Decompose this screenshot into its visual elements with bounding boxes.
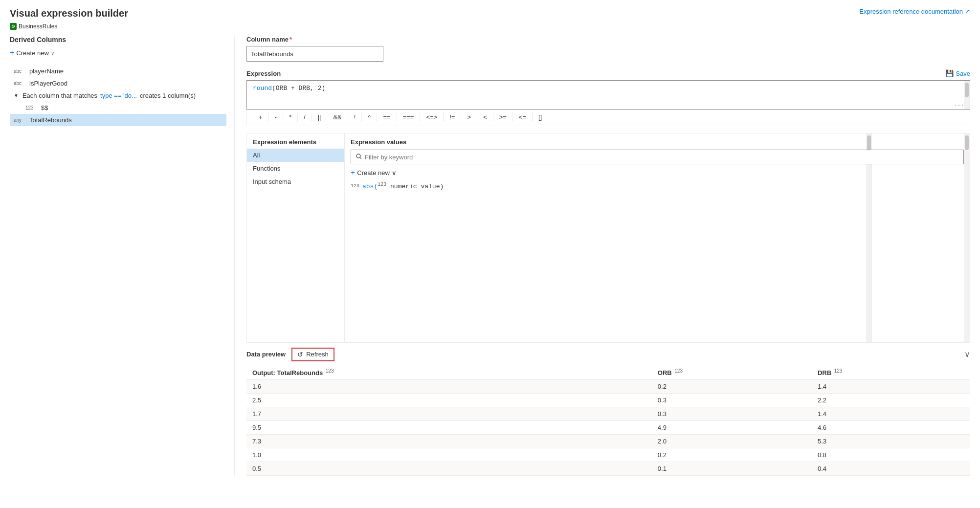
plus-icon: +	[10, 48, 14, 57]
chevron-down-icon: ∨	[392, 169, 397, 177]
op-not[interactable]: !	[348, 112, 362, 122]
col-output: Output: TotalRebounds 123	[246, 365, 652, 380]
cell-output: 1.0	[246, 448, 652, 462]
type-badge-123: 123	[351, 183, 359, 189]
op-and[interactable]: &&	[327, 112, 348, 122]
column-name-label: Column name *	[246, 36, 970, 43]
list-item[interactable]: 123 $$	[10, 102, 226, 114]
reference-link-text: Expression reference documentation	[859, 8, 963, 15]
op-greater[interactable]: >	[461, 112, 477, 122]
cell-orb: 0.3	[652, 394, 812, 407]
pattern-link[interactable]: type == 'do...	[100, 92, 137, 99]
column-name-input[interactable]	[246, 46, 383, 62]
col-orb: ORB 123	[652, 365, 812, 380]
list-item[interactable]: abc isPlayerGood	[10, 77, 226, 89]
col-drb: DRB 123	[812, 365, 970, 380]
op-pipe[interactable]: ||	[312, 112, 328, 122]
cell-orb: 0.2	[652, 448, 812, 462]
cell-orb: 4.9	[652, 421, 812, 435]
op-greater-equal[interactable]: >=	[493, 112, 513, 122]
cell-output: 2.5	[246, 394, 652, 407]
create-new-expression-button[interactable]: + Create new ∨	[351, 168, 964, 177]
item-name: playerName	[29, 67, 64, 75]
op-bracket[interactable]: []	[533, 112, 548, 122]
chevron-down-icon: ▼	[14, 93, 19, 98]
expression-elements-title: Expression elements	[247, 133, 344, 149]
cell-drb: 5.3	[812, 435, 970, 448]
op-less[interactable]: <	[477, 112, 493, 122]
cell-drb: 1.4	[812, 407, 970, 421]
refresh-icon: ↺	[297, 351, 303, 358]
cell-output: 9.5	[246, 421, 652, 435]
derived-columns-title: Derived Columns	[10, 36, 226, 44]
expression-reference-link[interactable]: Expression reference documentation ↗	[859, 8, 970, 15]
expr-elem-functions[interactable]: Functions	[247, 162, 344, 175]
op-plus[interactable]: +	[253, 112, 269, 122]
preview-table: Output: TotalRebounds 123 ORB 123 DRB 12…	[246, 365, 970, 476]
expression-label: Expression	[246, 70, 281, 77]
data-preview-title: Data preview	[246, 351, 286, 358]
item-name: TotalRebounds	[29, 116, 72, 124]
header: Visual expression builder Expression ref…	[10, 8, 970, 19]
expression-args: (ORB + DRB, 2)	[272, 85, 325, 92]
app-container: Visual expression builder Expression ref…	[0, 0, 980, 508]
expression-header: Expression 💾 Save	[246, 69, 970, 77]
save-button[interactable]: 💾 Save	[945, 69, 970, 77]
type-badge-any: any	[14, 117, 25, 123]
chevron-down-icon: ∨	[51, 50, 54, 56]
cell-orb: 0.2	[652, 380, 812, 394]
table-row: 2.5 0.3 2.2	[246, 394, 970, 407]
expr-value-text: abs(123 numeric_value)	[362, 182, 444, 190]
expression-values-title: Expression values	[351, 138, 964, 146]
list-item[interactable]: abc playerName	[10, 65, 226, 77]
required-indicator: *	[290, 36, 292, 43]
expression-elements-panel: Expression elements All Functions Input …	[247, 133, 345, 342]
op-strict-equal[interactable]: ===	[397, 112, 421, 122]
collapse-button[interactable]: ∨	[964, 350, 970, 359]
type-badge-num: 123	[25, 105, 37, 110]
save-label: Save	[956, 70, 970, 77]
page-title: Visual expression builder	[10, 8, 128, 19]
type-badge-abc: abc	[14, 81, 25, 86]
list-item-pattern[interactable]: ▼ Each column that matches type == 'do..…	[10, 89, 226, 102]
main-layout: Derived Columns + Create new ∨ abc playe…	[10, 36, 970, 476]
op-minus[interactable]: -	[269, 112, 283, 122]
op-caret[interactable]: ^	[362, 112, 377, 122]
table-row: 1.0 0.2 0.8	[246, 448, 970, 462]
save-icon: 💾	[945, 69, 954, 77]
op-less-equal[interactable]: <=	[513, 112, 533, 122]
filter-keyword-input[interactable]	[351, 150, 964, 164]
cell-orb: 0.3	[652, 407, 812, 421]
expr-elem-all[interactable]: All	[247, 149, 344, 162]
cell-output: 1.6	[246, 380, 652, 394]
expression-values-panel: Expression values + Create new ∨	[345, 133, 970, 342]
operator-bar: + - * / || && ! ^ == === <=> != > < >= <…	[246, 110, 970, 125]
op-spaceship[interactable]: <=>	[420, 112, 444, 122]
cell-output: 7.3	[246, 435, 652, 448]
left-panel: Derived Columns + Create new ∨ abc playe…	[10, 36, 235, 476]
external-link-icon: ↗	[965, 8, 970, 15]
cell-output: 1.7	[246, 407, 652, 421]
preview-header: Data preview ↺ Refresh ∨	[246, 343, 970, 365]
pattern-suffix: creates 1 column(s)	[140, 92, 196, 99]
expression-value-item[interactable]: 123 abs(123 numeric_value)	[351, 181, 964, 191]
business-rules-icon	[10, 23, 17, 30]
op-multiply[interactable]: *	[283, 112, 298, 122]
create-new-button[interactable]: + Create new ∨	[10, 47, 226, 58]
expr-elem-input-schema[interactable]: Input schema	[247, 175, 344, 188]
expression-editor[interactable]: round(ORB + DRB, 2) ···	[246, 80, 970, 110]
cell-output: 0.5	[246, 462, 652, 476]
op-divide[interactable]: /	[298, 112, 312, 122]
op-equal[interactable]: ==	[377, 112, 397, 122]
item-name: $$	[41, 104, 48, 111]
list-item-totalrebounds[interactable]: any TotalRebounds	[10, 114, 226, 126]
cell-drb: 0.4	[812, 462, 970, 476]
breadcrumb-text: BusinessRules	[19, 23, 57, 30]
refresh-button[interactable]: ↺ Refresh	[291, 348, 334, 361]
cell-drb: 4.6	[812, 421, 970, 435]
cell-orb: 2.0	[652, 435, 812, 448]
op-not-equal[interactable]: !=	[444, 112, 461, 122]
table-header-row: Output: TotalRebounds 123 ORB 123 DRB 12…	[246, 365, 970, 380]
create-new-label: Create new	[16, 49, 48, 57]
table-row: 1.7 0.3 1.4	[246, 407, 970, 421]
